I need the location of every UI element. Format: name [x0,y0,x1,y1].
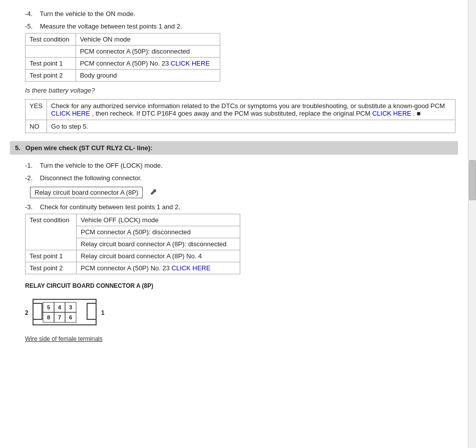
click-here-link-1[interactable]: CLICK HERE [171,60,210,67]
battery-voltage-question: Is there battery voltage? [25,87,458,94]
table1-row2-col1 [26,46,76,58]
connector-left-number: 2 [25,309,29,316]
connector-svg: 5 4 3 8 7 6 [32,298,97,326]
diagram-title: RELAY CIRCUIT BOARD CONNECTOR A (8P) [25,282,458,289]
svg-rect-2 [87,303,96,319]
table2-row2-col2: PCM connector A (50P): disconnected [77,226,240,238]
substep-1-number: -1. [25,162,33,169]
svg-text:4: 4 [58,304,62,310]
substep-3-label: -3. Check for continuity between test po… [25,203,458,211]
table2-row5-col2: PCM connector A (50P) No. 23 CLICK HERE [77,262,240,274]
table1-row1-col2: Vehicle ON mode [76,34,220,46]
substep-2-number: -2. [25,174,33,182]
table1-row2-col2: PCM connector A (50P): disconnected [76,46,220,58]
continuity-table: Test condition Vehicle OFF (LOCK) mode P… [25,214,240,274]
svg-text:5: 5 [47,304,50,310]
yes-click-here-1[interactable]: CLICK HERE [51,110,90,117]
substep-5-label: -5. Measure the voltage between test poi… [25,23,458,30]
no-content: Go to step 5. [47,120,455,133]
table2-row1-col2: Vehicle OFF (LOCK) mode [77,214,240,226]
scrollbar-thumb[interactable] [469,160,476,200]
yes-no-table: YES Check for any authorized service inf… [25,99,455,133]
connector-label: Relay circuit board connector A (8P) [30,187,143,198]
wire-side-label: Wire side of female terminals [25,335,458,342]
substep-2-label: -2. Disconnect the following connector. [25,174,458,182]
table2-row3-col2: Relay circuit board connector A (8P): di… [77,238,240,250]
substep-1-content: -1. Turn the vehicle to the OFF (LOCK) m… [25,162,458,169]
svg-text:3: 3 [69,304,72,310]
svg-text:8: 8 [47,314,50,320]
step5-header: 5. Open wire check (ST CUT RLY2 CL- line… [10,141,458,155]
table1-row4-col1: Test point 2 [26,70,76,82]
substep-3-number: -3. [25,203,33,211]
substep-5-text: Measure the voltage between test points … [40,23,182,30]
table1-row1-col1: Test condition [26,34,76,46]
click-here-link-2[interactable]: CLICK HERE [172,264,211,272]
svg-rect-1 [33,303,42,319]
no-label: NO [26,120,47,133]
table2-row1-col1: Test condition [26,214,77,250]
connector-right-number: 1 [101,309,105,316]
substep-5-number: -5. [25,23,33,30]
table2-row4-col2: Relay circuit board connector A (8P) No.… [77,250,240,262]
table1-row3-col2: PCM connector A (50P) No. 23 CLICK HERE [76,58,220,70]
svg-text:6: 6 [69,314,72,320]
step5-number: 5. [15,144,21,152]
substep-4-label: -4. Turn the vehicle to the ON mode. [25,10,458,18]
step5-title: Open wire check (ST CUT RLY2 CL- line): [26,144,153,152]
table2-row4-col1: Test point 1 [26,250,77,262]
yes-click-here-2[interactable]: CLICK HERE [372,110,411,117]
yes-label: YES [26,100,47,120]
substep-4-number: -4. [25,10,33,18]
cursor-icon: ⬈ [150,186,157,197]
scrollbar[interactable] [468,0,476,448]
table1-row3-col1: Test point 1 [26,58,76,70]
diagram-section: RELAY CIRCUIT BOARD CONNECTOR A (8P) 2 [25,282,458,342]
substep-2-text: Disconnect the following connector. [40,174,142,182]
yes-content: Check for any authorized service informa… [47,100,455,120]
table1-row4-col2: Body ground [76,70,220,82]
substep-3-text: Check for continuity between test points… [40,203,180,211]
svg-text:7: 7 [58,314,61,320]
connector-diagram: 2 5 4 [25,298,105,327]
voltage-table: Test condition Vehicle ON mode PCM conne… [25,33,220,82]
substep-1-text: Turn the vehicle to the OFF (LOCK) mode. [40,162,162,169]
substep-4-text: Turn the vehicle to the ON mode. [40,10,135,18]
table2-row5-col1: Test point 2 [26,262,77,274]
